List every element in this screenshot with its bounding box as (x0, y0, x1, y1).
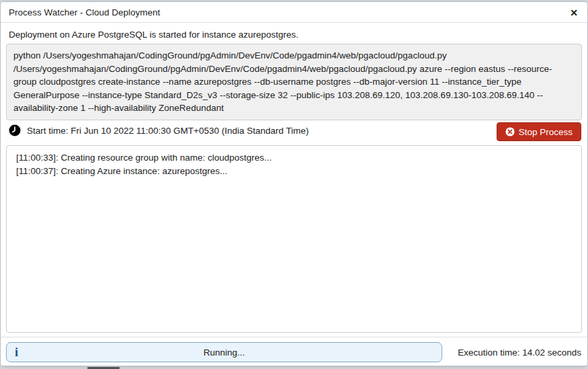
log-line: [11:00:37]: Creating Azure instance: azu… (16, 165, 572, 178)
clock-icon (9, 124, 21, 136)
process-log-output[interactable]: [11:00:33]: Creating resource group with… (6, 145, 582, 333)
dialog-title: Process Watcher - Cloud Deployment (9, 7, 160, 17)
status-label: Running... (204, 347, 245, 358)
stop-process-label: Stop Process (519, 127, 573, 137)
info-icon: i (15, 345, 18, 360)
log-line: [11:00:33]: Creating resource group with… (16, 151, 572, 165)
start-time-label: Start time: Fri Jun 10 2022 11:00:30 GMT… (27, 126, 309, 136)
footer-divider (1, 337, 587, 337)
status-banner: i Running... (6, 342, 442, 362)
dialog-header: Process Watcher - Cloud Deployment ✕ (1, 2, 587, 23)
deployment-status-text: Deployment on Azure PostgreSQL is starte… (9, 30, 298, 40)
stop-circle-icon (505, 127, 515, 136)
command-text-box: python /Users/yogeshmahajan/CodingGround… (6, 44, 582, 120)
stop-process-button[interactable]: Stop Process (497, 122, 581, 141)
process-watcher-dialog: Process Watcher - Cloud Deployment ✕ Dep… (0, 1, 588, 366)
start-time-row: Start time: Fri Jun 10 2022 11:00:30 GMT… (9, 124, 309, 136)
close-icon[interactable]: ✕ (566, 5, 581, 20)
execution-time-label: Execution time: 14.02 seconds (458, 342, 581, 362)
